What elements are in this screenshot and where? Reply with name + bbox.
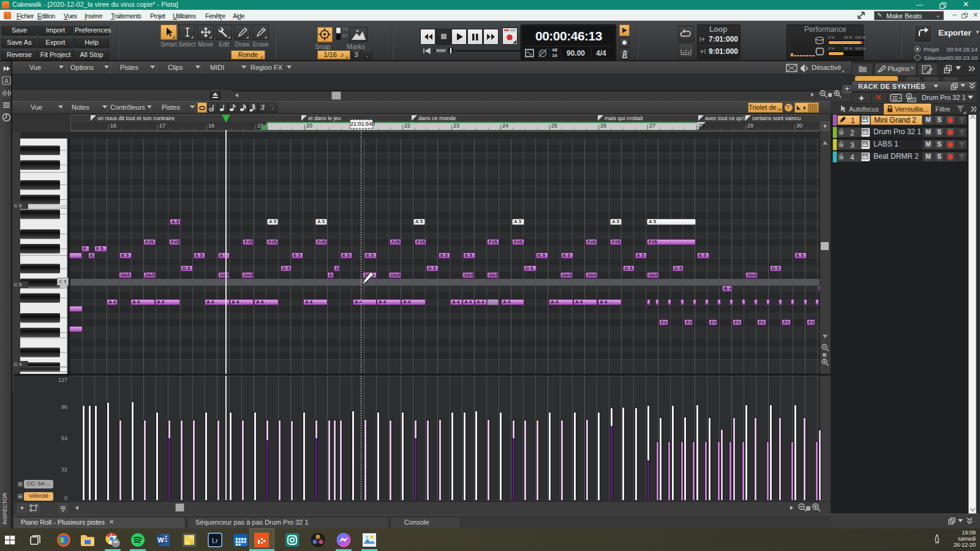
svg-text:4: 4 <box>850 153 854 161</box>
svg-text:2: 2 <box>850 129 854 137</box>
svg-text:W: W <box>157 536 164 544</box>
svg-text:A: A <box>4 78 9 85</box>
svg-text:3: 3 <box>850 141 854 149</box>
svg-text:1: 1 <box>851 116 855 124</box>
svg-text:Lr: Lr <box>212 537 218 544</box>
